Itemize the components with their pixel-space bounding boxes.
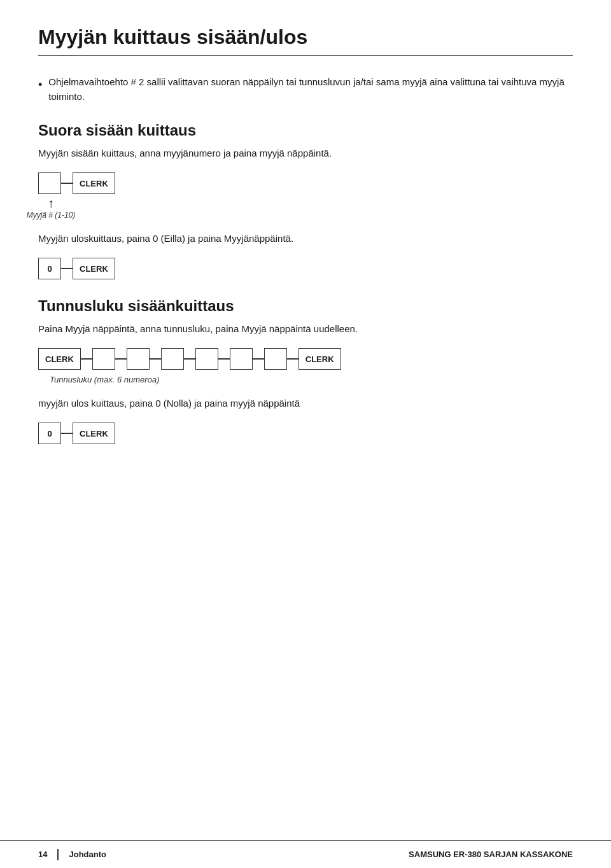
footer-separator <box>57 849 59 860</box>
bullet-dot: • <box>38 76 42 94</box>
key-clerk4: CLERK <box>73 423 115 444</box>
connector3c <box>150 358 161 360</box>
tunnel-label-row: Tunnusluku (max. 6 numeroa) <box>38 374 573 384</box>
tunnel-box1 <box>92 348 115 370</box>
key-clerk3-right: CLERK <box>298 348 341 370</box>
connector2 <box>61 268 73 269</box>
page-title: Myyjän kuittaus sisään/ulos <box>38 25 573 56</box>
key-zero2: 0 <box>38 423 61 444</box>
arrow-up-icon: ↑ <box>48 197 54 209</box>
footer-left: 14 Johdanto <box>38 849 106 860</box>
diagram4: 0 CLERK <box>38 423 573 444</box>
connector3f <box>253 358 264 360</box>
key-clerk3-left: CLERK <box>38 348 81 370</box>
tunnel-box2 <box>127 348 150 370</box>
section1-heading: Suora sisään kuittaus <box>38 122 573 139</box>
connector3g <box>287 358 298 360</box>
diagram1-label: Myyjä # (1-10) <box>27 211 76 220</box>
diagram3: CLERK CLERK <box>38 348 573 370</box>
footer-section: Johdanto <box>69 850 106 859</box>
connector3e <box>218 358 230 360</box>
key-clerk1: CLERK <box>73 172 115 194</box>
connector1 <box>61 183 73 184</box>
tunnel-box4 <box>195 348 218 370</box>
bullet-text: Ohjelmavaihtoehto # 2 sallii valittavan … <box>48 75 573 104</box>
section2-heading: Tunnusluku sisäänkuittaus <box>38 297 573 315</box>
footer-product: SAMSUNG ER-380 SARJAN KASSAKONE <box>409 850 573 859</box>
section1-out-text: Myyjän uloskuittaus, paina 0 (Eilla) ja … <box>38 231 573 246</box>
connector4 <box>61 433 73 434</box>
tunnel-label: Tunnusluku (max. 6 numeroa) <box>50 375 159 384</box>
diagram1: CLERK ↑ Myyjä # (1-10) <box>38 172 573 220</box>
bullet-section: • Ohjelmavaihtoehto # 2 sallii valittava… <box>38 75 573 104</box>
key-clerk2: CLERK <box>73 258 115 279</box>
page-footer: 14 Johdanto SAMSUNG ER-380 SARJAN KASSAK… <box>0 840 611 868</box>
section2-out-text: myyjän ulos kuittaus, paina 0 (Nolla) ja… <box>38 396 573 411</box>
connector3b <box>115 358 127 360</box>
tunnel-box3 <box>161 348 184 370</box>
key-box-empty1 <box>38 172 61 194</box>
connector3d <box>184 358 195 360</box>
connector3a <box>81 358 92 360</box>
tunnel-box5 <box>230 348 253 370</box>
section2-text: Paina Myyjä näppäintä, anna tunnusluku, … <box>38 321 573 337</box>
footer-page-number: 14 <box>38 850 47 859</box>
key-zero1: 0 <box>38 258 61 279</box>
tunnel-box6 <box>264 348 287 370</box>
diagram2: 0 CLERK <box>38 258 573 279</box>
section1-text: Myyjän sisään kuittaus, anna myyjänumero… <box>38 146 573 161</box>
